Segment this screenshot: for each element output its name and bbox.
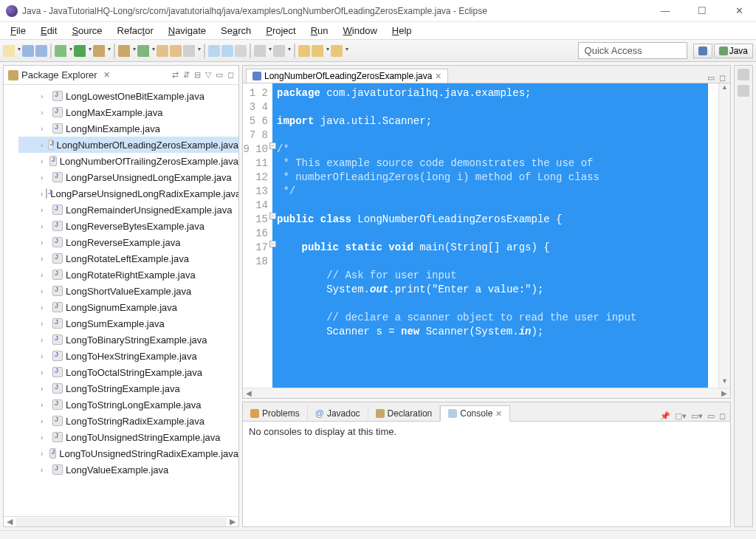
tree-item[interactable]: ›LongToStringRadixExample.java (18, 413, 238, 429)
code-editor[interactable]: 1 2 3 4 5 6 7 8 9 10 11 12 13 14 15 16 1… (243, 83, 730, 388)
fold-marker-icon[interactable]: − (269, 241, 276, 247)
tree-item[interactable]: ›LongToUnsignedStringExample.java (18, 429, 238, 445)
scroll-right-icon[interactable]: ▶ (227, 517, 238, 526)
tree-item[interactable]: ›LongRotateLeftExample.java (18, 250, 238, 267)
horizontal-scrollbar[interactable]: ◀ ▶ (243, 388, 730, 398)
minimize-editor-icon[interactable]: ▭ (707, 73, 715, 83)
scroll-up-icon[interactable]: ▲ (719, 83, 730, 94)
run-button[interactable] (74, 45, 92, 57)
open-task-button[interactable] (170, 45, 182, 57)
twisty-icon[interactable]: › (41, 222, 49, 230)
fold-marker-icon[interactable]: − (269, 143, 276, 149)
tree-item[interactable]: ›LongValueExample.java (18, 461, 238, 478)
toggle-mark-button[interactable] (208, 45, 220, 57)
tree-item[interactable]: ›LongRotateRightExample.java (18, 267, 238, 283)
menu-run[interactable]: Run (303, 24, 336, 38)
link-editor-icon[interactable]: ⇵ (183, 70, 190, 80)
window-minimize-button[interactable]: — (654, 5, 676, 16)
tab-problems[interactable]: Problems (243, 406, 308, 421)
pin-console-icon[interactable]: 📌 (660, 411, 670, 421)
minimize-view-icon[interactable]: ▭ (216, 70, 223, 80)
debug-button[interactable] (55, 45, 72, 57)
menu-refactor[interactable]: Refactor (110, 24, 161, 38)
window-close-button[interactable]: ✕ (728, 5, 750, 16)
tasklist-trim-icon[interactable] (738, 85, 749, 97)
twisty-icon[interactable]: › (41, 125, 49, 133)
scroll-left-icon[interactable]: ◀ (243, 389, 255, 397)
vertical-scrollbar[interactable]: ▲ ▼ (718, 83, 730, 388)
twisty-icon[interactable]: › (41, 141, 45, 149)
tree-item[interactable]: ›LongToStringExample.java (18, 380, 238, 396)
twisty-icon[interactable]: › (41, 433, 49, 442)
tab-declaration[interactable]: Declaration (368, 406, 441, 421)
tab-console[interactable]: Console ✕ (440, 405, 510, 422)
editor-tab-active[interactable]: LongNumberOfLeadingZerosExample.java ✕ (246, 69, 448, 83)
java-perspective-button[interactable]: Java (714, 44, 753, 58)
twisty-icon[interactable]: › (41, 466, 49, 474)
tree-item[interactable]: ›LongSumExample.java (18, 315, 238, 332)
new-button[interactable] (3, 45, 21, 57)
tree-item[interactable]: ›LongRemainderUnsignedExample.java (18, 202, 238, 218)
menu-navigate[interactable]: Navigate (161, 24, 213, 38)
twisty-icon[interactable]: › (41, 320, 49, 328)
save-all-button[interactable] (35, 45, 47, 57)
scroll-down-icon[interactable]: ▼ (719, 377, 730, 388)
maximize-view-icon[interactable]: ◻ (719, 411, 726, 421)
tree-item[interactable]: ›LongNumberOfLeadingZerosExample.java (18, 137, 238, 153)
twisty-icon[interactable]: › (41, 190, 43, 198)
twisty-icon[interactable]: › (41, 174, 49, 182)
twisty-icon[interactable]: › (41, 352, 49, 360)
twisty-icon[interactable]: › (41, 271, 49, 279)
display-console-icon[interactable]: ▢▾ (675, 411, 687, 421)
menu-edit[interactable]: Edit (33, 24, 64, 38)
horizontal-scrollbar[interactable]: ◀ ▶ (4, 516, 238, 526)
tree-item[interactable]: ›LongToStringLongExample.java (18, 396, 238, 413)
new-class-button[interactable] (137, 45, 155, 57)
tree-item[interactable]: ›LongToHexStringExample.java (18, 348, 238, 364)
twisty-icon[interactable]: › (41, 206, 49, 214)
menu-project[interactable]: Project (258, 24, 303, 38)
scroll-left-icon[interactable]: ◀ (4, 517, 16, 526)
search-button[interactable] (183, 45, 201, 57)
tree-item[interactable]: ›LongReverseExample.java (18, 234, 238, 250)
maximize-editor-icon[interactable]: ◻ (719, 73, 726, 83)
twisty-icon[interactable]: › (41, 287, 49, 295)
quick-access-input[interactable]: Quick Access (578, 42, 687, 59)
twisty-icon[interactable]: › (41, 109, 49, 117)
menu-search[interactable]: Search (213, 24, 258, 38)
last-edit-button[interactable] (298, 45, 310, 57)
twisty-icon[interactable]: › (41, 303, 49, 312)
toggle-block-button[interactable] (221, 45, 233, 57)
twisty-icon[interactable]: › (41, 417, 49, 425)
twisty-icon[interactable]: › (41, 336, 49, 344)
tree-item[interactable]: ›LongMinExample.java (18, 120, 238, 137)
tree-item[interactable]: ›LongReverseBytesExample.java (18, 218, 238, 234)
window-maximize-button[interactable]: ☐ (691, 5, 713, 16)
code-content[interactable]: package com.javatutorialhq.java.examples… (272, 83, 708, 388)
open-console-icon[interactable]: ▭▾ (691, 411, 703, 421)
twisty-icon[interactable]: › (41, 238, 49, 247)
tree-item[interactable]: ›LongToOctalStringExample.java (18, 364, 238, 380)
scroll-right-icon[interactable]: ▶ (718, 389, 730, 397)
tree-item[interactable]: ›LongNumberOfTrailingZerosExample.java (18, 153, 238, 169)
collapse-all-icon[interactable]: ⇄ (172, 70, 179, 80)
forward-button[interactable] (331, 45, 348, 57)
new-package-button[interactable] (118, 45, 136, 57)
open-type-button[interactable] (157, 45, 168, 57)
back-button[interactable] (312, 45, 329, 57)
tab-javadoc[interactable]: @Javadoc (308, 406, 368, 421)
tree-item[interactable]: ›LongShortValueExample.java (18, 283, 238, 299)
tree-item[interactable]: ›LongLowestOneBitExample.java (18, 88, 238, 104)
tree-item[interactable]: ›LongToBinaryStringExample.java (18, 332, 238, 348)
prev-annotation-button[interactable] (273, 45, 291, 57)
tree-item[interactable]: ›LongParseUnsignedLongExample.java (18, 169, 238, 185)
menu-source[interactable]: Source (64, 24, 109, 38)
menu-help[interactable]: Help (385, 24, 419, 38)
twisty-icon[interactable]: › (41, 92, 49, 100)
close-tab-icon[interactable]: ✕ (495, 409, 502, 419)
show-whitespace-button[interactable] (235, 45, 247, 57)
run-last-button[interactable] (93, 45, 111, 57)
twisty-icon[interactable]: › (41, 450, 47, 458)
view-menu-icon[interactable]: ▽ (205, 70, 211, 80)
save-button[interactable] (22, 45, 34, 57)
